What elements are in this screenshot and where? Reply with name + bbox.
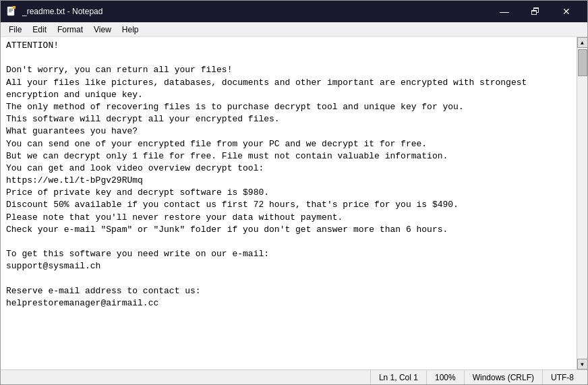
scroll-up-button[interactable]: ▲ [577,37,588,48]
scrollbar-thumb[interactable] [578,49,587,76]
status-position-spacer [6,370,370,384]
scrollbar-track[interactable] [577,48,587,359]
menu-format[interactable]: Format [52,22,88,36]
title-bar: _readme.txt - Notepad — 🗗 ✕ [1,1,587,22]
text-area-container: ATTENTION! Don't worry, you can return a… [1,37,587,369]
close-button[interactable]: ✕ [551,1,582,22]
status-bar: Ln 1, Col 1 100% Windows (CRLF) UTF-8 [1,369,587,384]
menu-view[interactable]: View [88,22,117,36]
status-zoom: 100% [426,370,464,384]
text-editor[interactable]: ATTENTION! Don't worry, you can return a… [1,37,577,369]
title-bar-left: _readme.txt - Notepad [6,6,102,17]
scrollbar: ▲ ▼ [577,37,587,369]
minimize-button[interactable]: — [489,1,520,22]
status-encoding: UTF-8 [542,370,582,384]
status-line-ending: Windows (CRLF) [464,370,542,384]
scroll-down-button[interactable]: ▼ [577,359,588,369]
svg-rect-2 [9,10,13,11]
menu-help[interactable]: Help [117,22,144,36]
svg-rect-3 [9,11,11,12]
restore-button[interactable]: 🗗 [520,1,551,22]
notepad-icon [6,6,17,17]
status-position: Ln 1, Col 1 [370,370,426,384]
menu-edit[interactable]: Edit [27,22,52,36]
window-title: _readme.txt - Notepad [22,7,102,16]
svg-rect-4 [13,6,16,9]
window-controls: — 🗗 ✕ [489,1,582,22]
menu-file[interactable]: File [3,22,27,36]
notepad-window: _readme.txt - Notepad — 🗗 ✕ File Edit Fo… [0,0,588,385]
svg-rect-1 [9,9,13,9]
menu-bar: File Edit Format View Help [1,22,587,37]
